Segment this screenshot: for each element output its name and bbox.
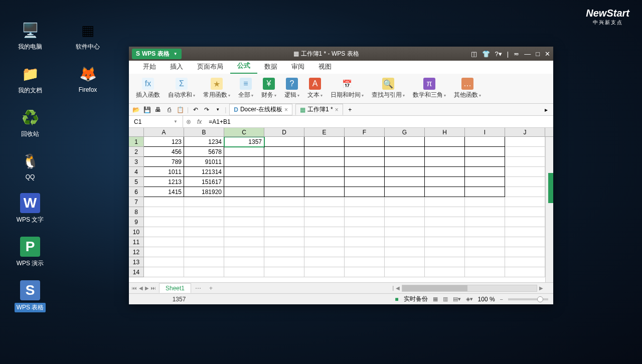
- cell-C11[interactable]: [224, 237, 264, 247]
- cell-A8[interactable]: [144, 207, 184, 217]
- cell-D14[interactable]: [264, 267, 304, 277]
- undo-icon[interactable]: ↶: [192, 106, 200, 114]
- cell-H1[interactable]: [425, 137, 465, 147]
- zoom-level[interactable]: 100 %: [478, 296, 495, 303]
- cell-J4[interactable]: [505, 167, 545, 177]
- cell-B4[interactable]: 121314: [184, 167, 224, 177]
- cell-B10[interactable]: [184, 227, 224, 237]
- row-header-2[interactable]: 2: [129, 147, 144, 157]
- formula-input[interactable]: =A1+B1: [205, 118, 553, 125]
- cell-F3[interactable]: [345, 157, 385, 167]
- cell-H4[interactable]: [425, 167, 465, 177]
- cell-D10[interactable]: [264, 227, 304, 237]
- cell-F7[interactable]: [345, 197, 385, 207]
- cell-I4[interactable]: [465, 167, 505, 177]
- zoom-thumb[interactable]: [537, 296, 543, 302]
- tab-workbook[interactable]: ▦ 工作簿1 * ×: [295, 104, 343, 115]
- row-header-14[interactable]: 14: [129, 267, 144, 277]
- cell-A7[interactable]: [144, 197, 184, 207]
- view-normal-icon[interactable]: ▦: [433, 296, 438, 302]
- cell-E2[interactable]: [304, 147, 345, 157]
- cell-E10[interactable]: [304, 227, 345, 237]
- cell-H8[interactable]: [425, 207, 465, 217]
- tab-docer[interactable]: D Docer-在线模板 ×: [229, 104, 292, 115]
- desktop-icon-wps-present[interactable]: PWPS 演示: [15, 237, 45, 268]
- ribbon-tab-开始[interactable]: 开始: [136, 60, 163, 74]
- cell-E4[interactable]: [304, 167, 345, 177]
- col-header-F[interactable]: F: [345, 128, 385, 136]
- row-header-5[interactable]: 5: [129, 177, 144, 187]
- cell-I3[interactable]: [465, 157, 505, 167]
- ribbon-tab-页面布局[interactable]: 页面布局: [190, 60, 230, 74]
- desktop-icon-qq[interactable]: 🐧QQ: [15, 151, 45, 180]
- cell-H14[interactable]: [425, 267, 465, 277]
- col-header-E[interactable]: E: [304, 128, 345, 136]
- horizontal-scrollbar[interactable]: [402, 285, 537, 292]
- cell-B11[interactable]: [184, 237, 224, 247]
- desktop-icon-trash[interactable]: ♻️回收站: [15, 107, 45, 138]
- cell-reference-box[interactable]: C1 ▼: [129, 116, 183, 127]
- cell-B8[interactable]: [184, 207, 224, 217]
- prev-sheet-icon[interactable]: ◀: [139, 285, 143, 291]
- col-header-D[interactable]: D: [264, 128, 304, 136]
- toolbar-查找与引用[interactable]: 🔍查找与引用▾: [369, 77, 408, 100]
- chevron-down-icon[interactable]: ▼: [174, 119, 178, 124]
- cell-G10[interactable]: [385, 227, 425, 237]
- cell-J11[interactable]: [505, 237, 545, 247]
- next-sheet-icon[interactable]: ▶: [145, 285, 149, 291]
- cell-C12[interactable]: [224, 247, 264, 257]
- cell-H9[interactable]: [425, 217, 465, 227]
- cell-B2[interactable]: 5678: [184, 147, 224, 157]
- toolbar-逻辑[interactable]: ?逻辑▾: [281, 77, 302, 100]
- cell-D4[interactable]: [264, 167, 304, 177]
- cell-J1[interactable]: [505, 137, 545, 147]
- cell-C14[interactable]: [224, 267, 264, 277]
- cell-F5[interactable]: [345, 177, 385, 187]
- cell-H12[interactable]: [425, 247, 465, 257]
- titlebar[interactable]: S WPS 表格 ▼ ▦ 工作簿1 * - WPS 表格 ◫ 👕 ?▾ | ≂ …: [129, 47, 553, 61]
- cell-G11[interactable]: [385, 237, 425, 247]
- zoom-slider[interactable]: [508, 298, 548, 300]
- minimize-alt-button[interactable]: ≂: [514, 50, 519, 58]
- cell-F4[interactable]: [345, 167, 385, 177]
- cell-I7[interactable]: [465, 197, 505, 207]
- cell-C4[interactable]: [224, 167, 264, 177]
- desktop-icon-firefox[interactable]: 🦊Firefox: [73, 64, 103, 93]
- cell-D2[interactable]: [264, 147, 304, 157]
- app-menu-button[interactable]: S WPS 表格 ▼: [132, 49, 182, 59]
- row-header-10[interactable]: 10: [129, 227, 144, 237]
- cell-E6[interactable]: [304, 187, 345, 197]
- col-header-H[interactable]: H: [425, 128, 465, 136]
- cell-E9[interactable]: [304, 217, 345, 227]
- cell-C9[interactable]: [224, 217, 264, 227]
- cell-I1[interactable]: [465, 137, 505, 147]
- cell-C6[interactable]: [224, 187, 264, 197]
- cell-G13[interactable]: [385, 257, 425, 267]
- col-header-B[interactable]: B: [184, 128, 224, 136]
- add-sheet-button[interactable]: +: [205, 285, 217, 292]
- row-header-6[interactable]: 6: [129, 187, 144, 197]
- scrollbar-thumb[interactable]: [402, 285, 467, 291]
- cell-G5[interactable]: [385, 177, 425, 187]
- close-button[interactable]: ✕: [545, 50, 550, 58]
- cell-D1[interactable]: [264, 137, 304, 147]
- maximize-button[interactable]: □: [536, 50, 540, 58]
- desktop-icon-software-center[interactable]: ▦软件中心: [73, 20, 103, 51]
- cell-F11[interactable]: [345, 237, 385, 247]
- cell-J7[interactable]: [505, 197, 545, 207]
- cell-B1[interactable]: 1234: [184, 137, 224, 147]
- cell-C13[interactable]: [224, 257, 264, 267]
- desktop-icon-my-docs[interactable]: 📁我的文档: [15, 64, 45, 95]
- cell-C3[interactable]: [224, 157, 264, 167]
- cell-E3[interactable]: [304, 157, 345, 167]
- cell-I14[interactable]: [465, 267, 505, 277]
- cell-B14[interactable]: [184, 267, 224, 277]
- cell-A10[interactable]: [144, 227, 184, 237]
- cell-J5[interactable]: [505, 177, 545, 187]
- save-icon[interactable]: 💾: [143, 106, 151, 114]
- row-header-8[interactable]: 8: [129, 207, 144, 217]
- scroll-left-icon[interactable]: ◀: [396, 285, 400, 291]
- cell-C5[interactable]: [224, 177, 264, 187]
- close-icon[interactable]: ×: [335, 106, 339, 113]
- row-header-12[interactable]: 12: [129, 247, 144, 257]
